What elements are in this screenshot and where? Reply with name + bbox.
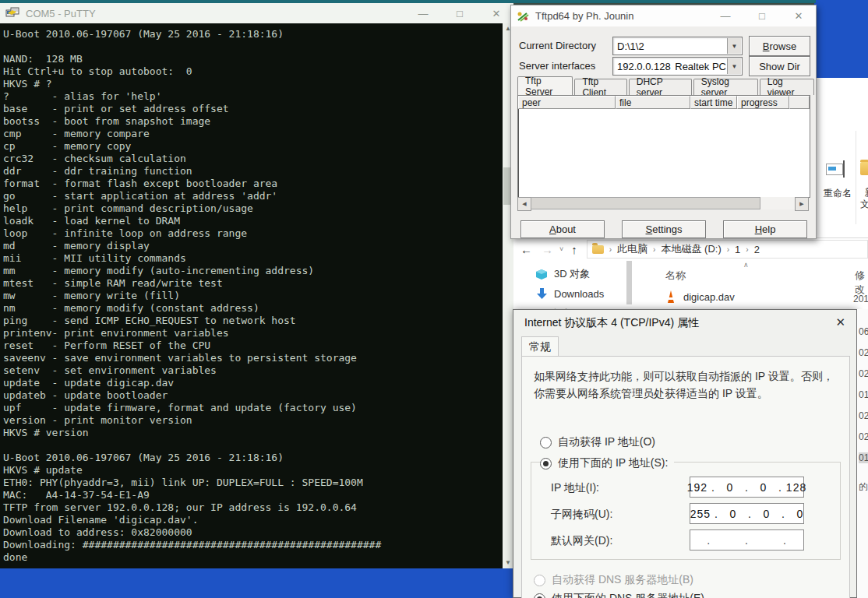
radio-disabled-icon[interactable] — [534, 575, 545, 586]
putty-window: COM5 - PuTTY — □ ✕ U-Boot 2010.06-197067… — [0, 0, 513, 568]
nav-history-chevron-icon[interactable]: ˅ — [559, 245, 563, 253]
putty-close-button[interactable]: ✕ — [479, 3, 513, 23]
rename-icon[interactable] — [826, 160, 846, 178]
dialog-close-icon[interactable]: ✕ — [835, 310, 845, 335]
tab-tftp-server[interactable]: Tftp Server — [517, 76, 573, 95]
putty-terminal[interactable]: U-Boot 2010.06-197067 (May 25 2016 - 21:… — [0, 23, 503, 568]
default-gateway-label: 默认网关(D): — [551, 534, 612, 548]
tftpd64-window: Tftpd64 by Ph. Jounin — □ ✕ Current Dire… — [510, 5, 817, 239]
server-interfaces-label: Server interfaces — [519, 60, 595, 72]
ipv4-properties-dialog: Internet 协议版本 4 (TCP/IPv4) 属性 ✕ 常规 如果网络支… — [513, 309, 857, 598]
nav-forward-icon[interactable]: → — [542, 243, 553, 256]
column-file[interactable]: file — [616, 96, 690, 109]
sidebar-scrollbar[interactable] — [626, 261, 632, 304]
radio-use-dns[interactable]: 使用下面的 DNS 服务器地址(E) — [534, 592, 704, 598]
dialog-description: 如果网络支持此功能，则可以获取自动指派的 IP 设置。否则，你需要从网络系统管理… — [534, 368, 838, 402]
subnet-mask-field[interactable]: 255 . 0 . 0 . 0 — [690, 503, 804, 524]
tab-dhcp-server[interactable]: DHCP server — [629, 79, 692, 95]
radio-auto-dns[interactable]: 自动获得 DNS 服务器地址(B) — [534, 573, 693, 587]
scroll-right-icon[interactable]: ▶ — [795, 197, 809, 211]
breadcrumb: › 此电脑 › 本地磁盘 (D:) › 1 › 2 — [587, 240, 868, 259]
column-header-name[interactable]: 名称 — [665, 269, 686, 283]
sidebar-item-downloads[interactable]: Downloads — [536, 288, 604, 300]
tftpd64-maximize-button[interactable]: □ — [745, 5, 779, 26]
desktop-background — [814, 0, 868, 86]
radio-selected-icon[interactable] — [540, 458, 552, 470]
breadcrumb-folder-2[interactable]: 2 — [754, 244, 760, 255]
adapter-name: Realtek PC — [675, 61, 726, 72]
radio-icon[interactable] — [540, 437, 552, 448]
tab-syslog-server[interactable]: Syslog server — [693, 79, 758, 95]
tab-general[interactable]: 常规 — [521, 336, 559, 357]
radio-selected-icon[interactable] — [534, 593, 545, 598]
nav-back-icon[interactable]: ← — [520, 243, 532, 256]
dropdown-arrow-icon[interactable]: ▼ — [727, 38, 741, 54]
default-gateway-field[interactable]: . . . — [690, 529, 804, 551]
subnet-mask-label: 子网掩码(U): — [551, 508, 612, 522]
settings-button[interactable]: Settings — [622, 220, 706, 238]
breadcrumb-drive-d[interactable]: 本地磁盘 (D:) — [661, 242, 721, 256]
tftpd64-minimize-button[interactable]: — — [708, 5, 743, 26]
scroll-down-icon[interactable]: ▼ — [503, 558, 513, 568]
window-top-accent — [0, 0, 816, 3]
cube-icon — [536, 269, 548, 280]
about-button[interactable]: About — [520, 220, 605, 238]
putty-minimize-button[interactable]: — — [406, 3, 440, 23]
tftpd64-close-button[interactable]: ✕ — [782, 5, 816, 26]
dialog-title-bar[interactable]: Internet 协议版本 4 (TCP/IPv4) 属性 ✕ — [513, 310, 856, 335]
server-interfaces-combobox[interactable]: 192.0.0.128 Realtek PC ▼ — [612, 57, 743, 76]
current-directory-combobox[interactable]: D:\1\2 ▼ — [612, 37, 743, 55]
transfer-list[interactable]: peer file start time progress — [517, 95, 810, 198]
tab-tftp-client[interactable]: Tftp Client — [574, 79, 626, 95]
explorer-content: 3D 对象 Downloads 视频 ∧ 名称 修改 digicap.dav 2… — [513, 259, 868, 309]
explorer-address-bar: ← → ˅ ↑ › 此电脑 › 本地磁盘 (D:) › 1 › 2 — [513, 237, 868, 260]
radio-use-ip[interactable]: 使用下面的 IP 地址(S): — [540, 456, 674, 470]
transfer-list-hscrollbar[interactable]: ◀ ▶ — [517, 197, 809, 209]
current-directory-label: Current Directory — [519, 40, 596, 51]
column-header-modified[interactable]: 修改 — [855, 269, 868, 297]
explorer-date-column-fragments: 06 02 02 01 02 02 01 的 — [857, 309, 868, 598]
folder-icon — [592, 245, 604, 254]
tftpd64-tabs: Tftp Server Tftp Client DHCP server Sysl… — [517, 77, 816, 95]
dialog-title: Internet 协议版本 4 (TCP/IPv4) 属性 — [524, 316, 699, 329]
file-row-digicap[interactable]: digicap.dav — [665, 290, 735, 303]
breadcrumb-this-pc[interactable]: 此电脑 — [617, 242, 647, 256]
download-arrow-icon — [536, 288, 548, 300]
putty-window-title: COM5 - PuTTY — [26, 8, 96, 19]
putty-maximize-button[interactable]: □ — [443, 3, 477, 23]
column-progress[interactable]: progress — [737, 96, 789, 109]
breadcrumb-folder-1[interactable]: 1 — [735, 244, 740, 255]
sidebar-item-3d-objects[interactable]: 3D 对象 — [536, 267, 590, 281]
new-folder-icon[interactable] — [860, 162, 868, 175]
ip-address-label: IP 地址(I): — [551, 481, 599, 495]
putty-icon — [5, 7, 19, 19]
breadcrumb-separator: › — [609, 245, 612, 254]
browse-button[interactable]: Browse — [749, 36, 810, 56]
show-dir-button[interactable]: Show Dir — [749, 56, 810, 76]
ip-address-field[interactable]: 192 . 0 . 0 . 128 — [690, 477, 804, 498]
terminal-output: U-Boot 2010.06-197067 (May 25 2016 - 21:… — [0, 23, 503, 564]
radio-auto-ip[interactable]: 自动获得 IP 地址(O) — [540, 435, 655, 449]
tftpd64-title-bar[interactable]: Tftpd64 by Ph. Jounin — □ ✕ — [511, 5, 816, 26]
rename-button[interactable]: 重命名 — [817, 187, 858, 200]
sort-chevron-icon[interactable]: ∧ — [743, 261, 749, 269]
help-button[interactable]: Help — [723, 220, 807, 238]
tftpd64-window-title: Tftpd64 by Ph. Jounin — [535, 10, 633, 22]
column-extra — [789, 96, 810, 109]
vlc-cone-icon — [665, 290, 676, 303]
scroll-left-icon[interactable]: ◀ — [517, 197, 531, 211]
nav-up-icon[interactable]: ↑ — [571, 243, 577, 256]
dropdown-arrow-icon[interactable]: ▼ — [727, 58, 741, 74]
explorer-ribbon: 重命名 新建 文件夹 — [814, 115, 868, 230]
column-peer[interactable]: peer — [518, 96, 616, 109]
new-folder-button[interactable]: 新建 文件夹 — [859, 187, 868, 210]
file-date-fragment: 201 — [853, 294, 868, 304]
column-start-time[interactable]: start time — [690, 96, 737, 109]
tab-log-viewer[interactable]: Log viewer — [760, 79, 814, 95]
tftpd64-icon — [517, 11, 529, 22]
desktop: md.exe ## oo n+ 重命名 新建 文件夹 ← → ˅ ↑ — [0, 0, 868, 598]
